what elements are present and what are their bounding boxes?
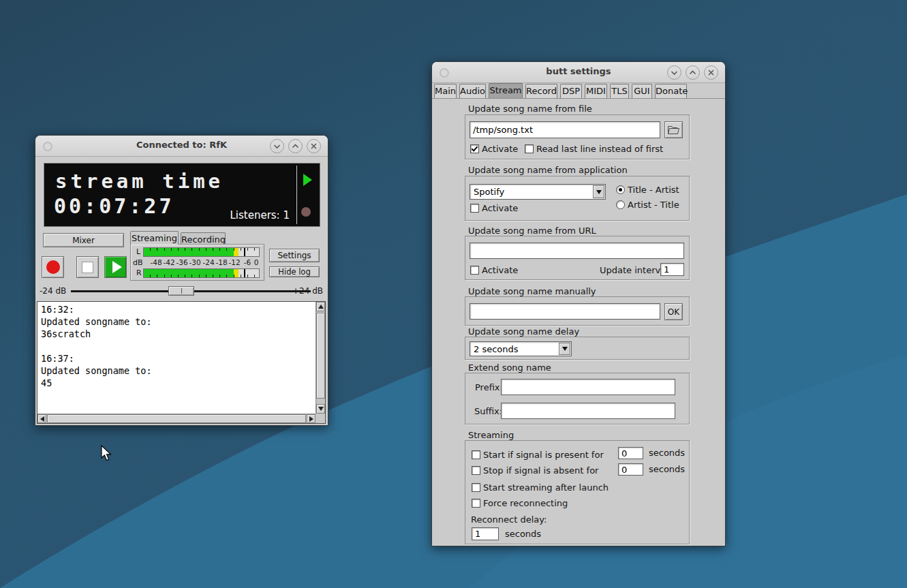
log-hscrollbar[interactable] — [37, 414, 316, 423]
tab-streaming[interactable]: Streaming — [130, 231, 179, 245]
settings-button[interactable]: Settings — [269, 249, 320, 262]
tab-audio[interactable]: Audio — [459, 84, 486, 98]
vu-left-peak-marker — [244, 248, 245, 256]
tab-label: GUI — [634, 86, 649, 96]
tab-dsp[interactable]: DSP — [560, 84, 582, 98]
update-interval-input[interactable] — [660, 263, 684, 276]
manual-ok-button[interactable]: OK — [664, 303, 683, 320]
chevron-down-icon — [596, 190, 602, 194]
stop-signal-checkbox[interactable] — [472, 466, 480, 475]
record-button[interactable] — [42, 256, 64, 278]
tab-recording[interactable]: Recording — [181, 232, 226, 245]
url-activate-checkbox[interactable] — [470, 266, 479, 275]
mixer-button-label: Mixer — [72, 236, 95, 245]
tab-donate[interactable]: Donate — [655, 84, 687, 98]
stop-signal-label: Stop if signal is absent for — [483, 465, 598, 476]
mixer-button[interactable]: Mixer — [43, 233, 124, 247]
tab-stream[interactable]: Stream — [489, 83, 523, 98]
log-vscrollbar[interactable] — [316, 302, 325, 414]
scroll-left-button[interactable] — [37, 414, 46, 423]
close-icon — [705, 66, 718, 79]
play-button[interactable] — [104, 256, 127, 278]
update-interval-label: Update interval — [600, 265, 668, 275]
read-last-line-checkbox[interactable] — [525, 144, 534, 153]
hide-log-button-label: Hide log — [278, 267, 310, 277]
record-icon — [46, 260, 60, 274]
vu-scale-tick: -36 — [176, 258, 187, 266]
prefix-input[interactable] — [501, 379, 675, 395]
tab-label: Stream — [489, 85, 521, 95]
start-signal-seconds-input[interactable] — [618, 447, 643, 459]
section-file-title: Update song name from file — [468, 104, 592, 114]
app-activate-checkbox[interactable] — [470, 204, 479, 213]
manual-songname-input[interactable] — [470, 303, 660, 320]
hide-log-button[interactable]: Hide log — [269, 266, 320, 277]
seconds-label: seconds — [505, 529, 541, 539]
tab-record[interactable]: Record — [525, 84, 557, 98]
shade-button[interactable] — [667, 65, 681, 80]
prefix-label: Prefix: — [475, 382, 503, 392]
start-signal-label: Start if signal is present for — [483, 450, 604, 460]
main-titlebar[interactable]: Connected to: RfK — [35, 136, 328, 157]
start-after-launch-checkbox[interactable] — [472, 483, 480, 492]
file-activate-label: Activate — [482, 144, 518, 154]
suffix-input[interactable] — [501, 403, 675, 419]
file-activate-checkbox[interactable] — [470, 144, 479, 153]
vu-ticks-top — [144, 248, 259, 251]
section-manual-title: Update song name manually — [468, 286, 596, 296]
section-extend: Prefix: Suffix: — [465, 373, 690, 424]
close-button[interactable] — [307, 139, 321, 153]
scroll-right-button[interactable] — [307, 414, 316, 423]
section-file: Activate Read last line instead of first — [465, 114, 690, 159]
tab-midi[interactable]: MIDI — [585, 84, 607, 98]
tab-label: Record — [526, 86, 557, 96]
dropdown-arrow-button[interactable] — [593, 185, 604, 198]
section-streaming-title: Streaming — [468, 430, 514, 440]
mouse-cursor — [101, 445, 114, 463]
start-signal-checkbox[interactable] — [472, 450, 480, 459]
vu-db-label: dB — [133, 258, 143, 267]
reconnect-delay-input[interactable] — [472, 527, 499, 540]
vu-right-label: R — [136, 268, 142, 277]
hscroll-thumb[interactable] — [47, 414, 306, 423]
stop-signal-seconds-input[interactable] — [618, 463, 643, 476]
tab-tls[interactable]: TLS — [610, 84, 629, 98]
url-input[interactable] — [470, 243, 684, 259]
dropdown-arrow-button[interactable] — [559, 343, 570, 355]
listeners-count: Listeners: 1 — [230, 209, 290, 221]
gain-min-label: -24 dB — [40, 286, 66, 296]
vscroll-thumb[interactable] — [316, 313, 325, 399]
arrow-up-icon — [318, 305, 324, 309]
scroll-up-button[interactable] — [316, 302, 325, 311]
close-icon — [307, 140, 320, 153]
close-button[interactable] — [704, 65, 718, 80]
section-delay: 2 seconds — [465, 337, 690, 360]
force-reconnect-checkbox[interactable] — [472, 499, 480, 508]
maximize-button[interactable] — [288, 139, 303, 153]
vu-right-bar — [143, 268, 260, 278]
app-select[interactable]: Spotify — [470, 184, 606, 200]
title-artist-radio[interactable] — [616, 185, 625, 194]
settings-titlebar[interactable]: butt settings — [432, 62, 725, 83]
tab-gui[interactable]: GUI — [632, 84, 652, 98]
settings-window: butt settings Main Audio Stream Record D… — [431, 61, 726, 546]
lcd-divider — [296, 166, 297, 224]
delay-select[interactable]: 2 seconds — [470, 341, 572, 356]
scroll-down-button[interactable] — [316, 404, 325, 414]
stop-button[interactable] — [76, 256, 99, 278]
browse-file-button[interactable] — [664, 121, 683, 138]
gain-slider-handle[interactable] — [168, 286, 194, 296]
chevron-down-icon — [562, 347, 568, 351]
tab-label: Donate — [656, 86, 688, 96]
section-extend-title: Extend song name — [468, 362, 551, 373]
maximize-button[interactable] — [686, 65, 700, 80]
url-activate-label: Activate — [482, 265, 518, 275]
artist-title-radio[interactable] — [616, 200, 625, 209]
arrow-left-icon — [40, 416, 44, 422]
tab-main[interactable]: Main — [434, 84, 457, 98]
tab-streaming-label: Streaming — [132, 233, 177, 243]
shade-button[interactable] — [270, 139, 284, 153]
artist-title-label: Artist - Title — [628, 200, 679, 210]
songfile-path-input[interactable] — [470, 121, 660, 138]
settings-tabbar: Main Audio Stream Record DSP MIDI TLS GU… — [432, 83, 725, 99]
